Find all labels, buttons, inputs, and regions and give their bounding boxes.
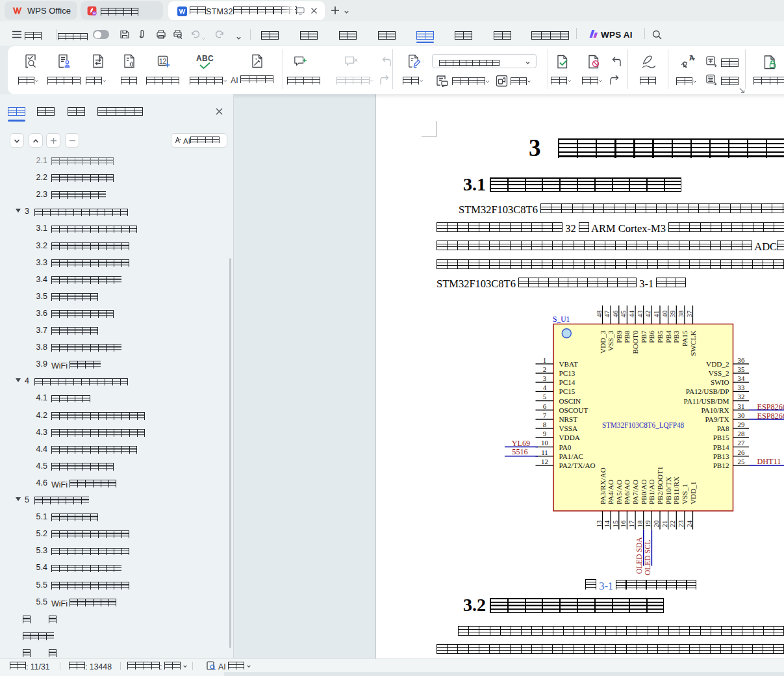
- svg-text:OLED SCL: OLED SCL: [644, 540, 651, 575]
- svg-text:20: 20: [652, 521, 660, 528]
- svg-text:45: 45: [619, 311, 627, 318]
- svg-text:6: 6: [543, 402, 547, 410]
- svg-text:40: 40: [661, 311, 668, 318]
- svg-text:PB4: PB4: [664, 330, 672, 343]
- svg-text:19: 19: [644, 521, 651, 528]
- svg-text:5: 5: [543, 393, 546, 400]
- svg-text:PA6/AO: PA6/AO: [623, 480, 631, 504]
- svg-text:PA3/RX/AO: PA3/RX/AO: [599, 467, 607, 504]
- svg-text:1: 1: [543, 356, 546, 364]
- svg-text:44: 44: [627, 310, 635, 317]
- svg-text:PB13: PB13: [713, 452, 729, 460]
- svg-text:PA11/USB/DM: PA11/USB/DM: [683, 397, 729, 405]
- svg-text:PC13: PC13: [559, 369, 575, 377]
- svg-text:PB5: PB5: [656, 330, 664, 343]
- svg-text:2: 2: [543, 365, 546, 373]
- svg-text:SWIO: SWIO: [711, 378, 729, 386]
- svg-text:PA12/USB/DP: PA12/USB/DP: [686, 387, 729, 395]
- svg-text:34: 34: [738, 374, 745, 382]
- svg-text:8: 8: [543, 421, 546, 428]
- svg-text:37: 37: [685, 310, 693, 317]
- svg-text:PB7: PB7: [640, 330, 648, 343]
- svg-text:PB15: PB15: [713, 434, 729, 441]
- svg-text:41: 41: [652, 311, 660, 318]
- svg-text:VDDA: VDDA: [559, 434, 580, 441]
- svg-text:43: 43: [636, 311, 644, 318]
- svg-text:7: 7: [543, 411, 547, 419]
- svg-text:VBAT: VBAT: [559, 360, 578, 368]
- svg-text:35: 35: [738, 365, 745, 373]
- svg-text:13: 13: [595, 521, 603, 528]
- svg-text:PB11/RX: PB11/RX: [672, 476, 680, 504]
- svg-text:VDD_1: VDD_1: [689, 482, 697, 504]
- svg-text:15: 15: [611, 521, 619, 528]
- svg-text:PB6: PB6: [648, 330, 655, 343]
- svg-text:NRST: NRST: [559, 415, 578, 423]
- svg-text:32: 32: [738, 393, 745, 400]
- svg-text:18: 18: [636, 521, 644, 528]
- svg-text:PA4/AO: PA4/AO: [607, 480, 614, 504]
- svg-text:ESP8266: ESP8266: [757, 402, 784, 411]
- svg-text:VSS_2: VSS_2: [709, 369, 729, 377]
- svg-text:14: 14: [603, 520, 611, 527]
- svg-text:PA0: PA0: [559, 443, 572, 451]
- svg-text:PA8: PA8: [717, 424, 729, 432]
- svg-text:PC15: PC15: [559, 387, 575, 395]
- svg-text:29: 29: [738, 421, 745, 428]
- svg-text:DHT11: DHT11: [757, 457, 781, 466]
- svg-text:17: 17: [627, 520, 635, 527]
- svg-text:22: 22: [668, 521, 676, 528]
- svg-text:YL69: YL69: [512, 439, 530, 448]
- svg-text:PB3: PB3: [672, 330, 680, 343]
- svg-text:39: 39: [668, 311, 676, 318]
- svg-text:PB0/AO: PB0/AO: [640, 479, 648, 504]
- svg-text:PB14: PB14: [713, 443, 729, 451]
- svg-text:47: 47: [603, 310, 611, 317]
- svg-text:AI: AI: [93, 12, 95, 15]
- svg-text:S_U1: S_U1: [553, 315, 570, 323]
- svg-text:3: 3: [543, 374, 546, 382]
- svg-text:46: 46: [611, 310, 619, 317]
- svg-text:VDD_3: VDD_3: [599, 330, 607, 354]
- svg-text:PB8: PB8: [623, 330, 631, 343]
- svg-text:38: 38: [677, 311, 685, 318]
- svg-text:27: 27: [738, 439, 745, 447]
- svg-text:36: 36: [738, 356, 745, 364]
- svg-text:PB2/BOOT1: PB2/BOOT1: [656, 467, 664, 504]
- svg-text:5516: 5516: [512, 447, 527, 456]
- svg-text:OSCOUT: OSCOUT: [559, 406, 588, 414]
- svg-text:21: 21: [661, 521, 668, 528]
- svg-text:PA5/AO: PA5/AO: [615, 480, 623, 504]
- svg-text:STM32F103C8T6_LQFP48: STM32F103C8T6_LQFP48: [602, 421, 684, 430]
- svg-text:SWCLK: SWCLK: [689, 331, 697, 356]
- svg-text:26: 26: [738, 448, 745, 456]
- svg-text:48: 48: [595, 311, 603, 318]
- svg-text:PC14: PC14: [559, 378, 575, 386]
- svg-text:PB9: PB9: [615, 330, 623, 343]
- svg-text:PB1/AO: PB1/AO: [648, 479, 655, 504]
- svg-text:VSS_3: VSS_3: [607, 330, 614, 351]
- svg-text:12: 12: [159, 58, 167, 65]
- svg-text:PA1/AC: PA1/AC: [559, 452, 584, 460]
- svg-text:28: 28: [738, 430, 745, 437]
- svg-text:OLED SDA: OLED SDA: [635, 537, 643, 574]
- svg-text:42: 42: [644, 311, 651, 318]
- svg-text:PA7/AO: PA7/AO: [631, 480, 639, 504]
- svg-text:9: 9: [543, 430, 546, 437]
- svg-text:31: 31: [738, 402, 745, 410]
- svg-text:11: 11: [541, 448, 548, 456]
- svg-text:PA2/TX/AO: PA2/TX/AO: [559, 462, 596, 469]
- svg-text:VSS_1: VSS_1: [681, 484, 689, 504]
- svg-text:PB10/TX: PB10/TX: [664, 476, 672, 504]
- svg-text:ESP8266: ESP8266: [757, 411, 784, 421]
- svg-text:BOOT0: BOOT0: [631, 330, 639, 354]
- svg-text:30: 30: [738, 411, 745, 419]
- svg-text:PA9/TX: PA9/TX: [705, 415, 729, 423]
- svg-text:24: 24: [685, 520, 693, 527]
- svg-text:PA15: PA15: [681, 330, 689, 346]
- svg-text:12: 12: [541, 458, 548, 465]
- svg-text:33: 33: [738, 384, 745, 391]
- svg-text:10: 10: [541, 439, 548, 447]
- svg-text:25: 25: [738, 458, 745, 465]
- svg-text:23: 23: [677, 521, 685, 528]
